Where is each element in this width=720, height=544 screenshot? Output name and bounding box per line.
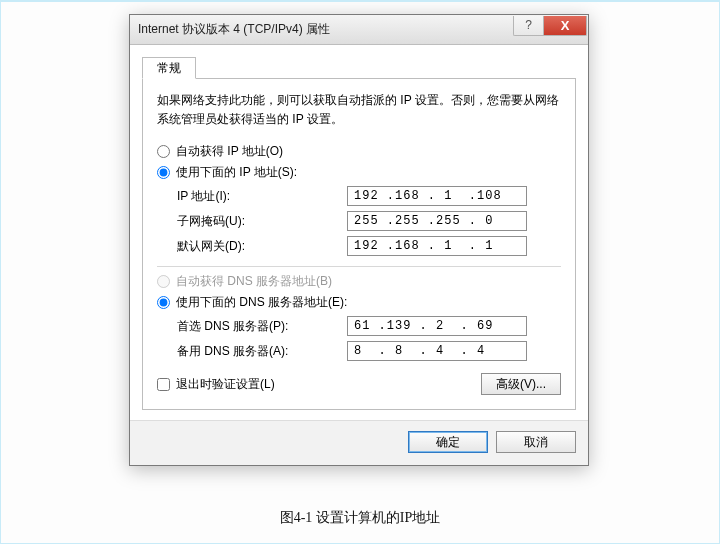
- cancel-button[interactable]: 取消: [496, 431, 576, 453]
- radio-manual-ip[interactable]: 使用下面的 IP 地址(S):: [157, 164, 561, 181]
- close-button[interactable]: X: [543, 16, 587, 36]
- ip-fields: IP 地址(I): 子网掩码(U): 默认网关(D):: [157, 186, 561, 256]
- radio-manual-ip-input[interactable]: [157, 166, 170, 179]
- radio-manual-dns[interactable]: 使用下面的 DNS 服务器地址(E):: [157, 294, 561, 311]
- validate-on-exit-checkbox[interactable]: [157, 378, 170, 391]
- ipv4-properties-dialog: Internet 协议版本 4 (TCP/IPv4) 属性 ? X 常规 如果网…: [129, 14, 589, 466]
- dialog-body: 常规 如果网络支持此功能，则可以获取自动指派的 IP 设置。否则，您需要从网络系…: [130, 45, 588, 420]
- tab-row: 常规: [142, 57, 576, 79]
- default-gateway-input[interactable]: [347, 236, 527, 256]
- titlebar-buttons: ? X: [513, 16, 587, 36]
- bottom-row: 退出时验证设置(L) 高级(V)...: [157, 373, 561, 395]
- preferred-dns-input[interactable]: [347, 316, 527, 336]
- subnet-mask-label: 子网掩码(U):: [177, 213, 347, 230]
- tab-content: 如果网络支持此功能，则可以获取自动指派的 IP 设置。否则，您需要从网络系统管理…: [142, 79, 576, 410]
- alternate-dns-label: 备用 DNS 服务器(A):: [177, 343, 347, 360]
- dns-fields: 首选 DNS 服务器(P): 备用 DNS 服务器(A):: [157, 316, 561, 361]
- help-button[interactable]: ?: [513, 16, 543, 36]
- figure-caption: 图4-1 设置计算机的IP地址: [1, 509, 719, 527]
- radio-auto-dns: 自动获得 DNS 服务器地址(B): [157, 273, 561, 290]
- radio-manual-ip-label: 使用下面的 IP 地址(S):: [176, 164, 297, 181]
- radio-manual-dns-label: 使用下面的 DNS 服务器地址(E):: [176, 294, 347, 311]
- separator: [157, 266, 561, 267]
- tab-general[interactable]: 常规: [142, 57, 196, 79]
- ip-address-input[interactable]: [347, 186, 527, 206]
- default-gateway-label: 默认网关(D):: [177, 238, 347, 255]
- ok-button[interactable]: 确定: [408, 431, 488, 453]
- radio-auto-dns-label: 自动获得 DNS 服务器地址(B): [176, 273, 332, 290]
- radio-manual-dns-input[interactable]: [157, 296, 170, 309]
- validate-on-exit-label: 退出时验证设置(L): [176, 376, 275, 393]
- radio-auto-ip[interactable]: 自动获得 IP 地址(O): [157, 143, 561, 160]
- validate-on-exit[interactable]: 退出时验证设置(L): [157, 376, 275, 393]
- window-title: Internet 协议版本 4 (TCP/IPv4) 属性: [138, 21, 330, 38]
- subnet-mask-input[interactable]: [347, 211, 527, 231]
- radio-auto-dns-input: [157, 275, 170, 288]
- radio-auto-ip-input[interactable]: [157, 145, 170, 158]
- preferred-dns-label: 首选 DNS 服务器(P):: [177, 318, 347, 335]
- dialog-footer: 确定 取消: [130, 420, 588, 465]
- description-text: 如果网络支持此功能，则可以获取自动指派的 IP 设置。否则，您需要从网络系统管理…: [157, 91, 561, 129]
- alternate-dns-input[interactable]: [347, 341, 527, 361]
- titlebar: Internet 协议版本 4 (TCP/IPv4) 属性 ? X: [130, 15, 588, 45]
- advanced-button[interactable]: 高级(V)...: [481, 373, 561, 395]
- ip-address-label: IP 地址(I):: [177, 188, 347, 205]
- radio-auto-ip-label: 自动获得 IP 地址(O): [176, 143, 283, 160]
